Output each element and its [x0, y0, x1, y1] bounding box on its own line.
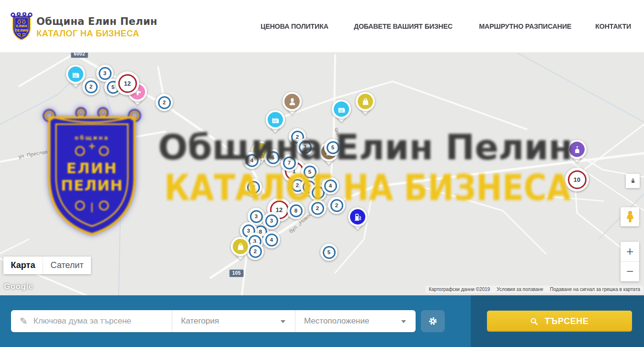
cluster-marker[interactable]: 2: [156, 94, 173, 111]
brand-title: Община Елин Пелин: [36, 16, 158, 27]
search-bar: ✎ Категория Местоположение: [0, 295, 644, 347]
factory-pin[interactable]: [332, 100, 351, 125]
cluster-marker[interactable]: 2: [328, 197, 345, 214]
markers-layer: 8132512223564752278412822333342510: [0, 53, 644, 295]
header: община ЕЛИН ПЕЛИН Община Елин Пелин КАТА…: [0, 0, 644, 53]
main-nav: ЦЕНОВА ПОЛИТИКА ДОБАВЕТЕ ВАШИЯТ БИЗНЕС М…: [258, 0, 633, 53]
fullscreen-lock-button[interactable]: [626, 174, 640, 188]
cluster-marker[interactable]: 4: [243, 152, 260, 169]
cluster-marker[interactable]: 3: [263, 212, 280, 229]
cluster-marker[interactable]: 8: [287, 202, 305, 219]
search-button[interactable]: ТЪРСЕНЕ: [487, 311, 632, 332]
chevron-down-icon: [281, 320, 285, 323]
pegman-icon: [625, 211, 635, 223]
keyword-input[interactable]: [34, 316, 158, 326]
attribution-report-error-link[interactable]: Подаване на сигнал за грешка в картата: [550, 287, 640, 292]
map-type-satellite-button[interactable]: Сателит: [43, 257, 91, 274]
location-dropdown[interactable]: Местоположение: [295, 310, 416, 332]
category-label: Категория: [181, 316, 219, 326]
location-label: Местоположение: [304, 316, 369, 326]
factory-pin[interactable]: [266, 110, 285, 136]
cluster-marker[interactable]: 2: [245, 179, 262, 196]
cluster-marker[interactable]: 3: [296, 138, 314, 156]
church-pin[interactable]: [567, 140, 587, 166]
advanced-settings-button[interactable]: [421, 310, 445, 332]
nav-add-your-business[interactable]: ДОБАВЕТЕ ВАШИЯТ БИЗНЕС: [354, 22, 452, 31]
cluster-marker[interactable]: 12: [115, 71, 139, 95]
brand-text: Община Елин Пелин КАТАЛОГ НА БИЗНЕСА: [36, 16, 158, 39]
zoom-in-button[interactable]: +: [621, 242, 639, 262]
category-dropdown[interactable]: Категория: [172, 310, 295, 332]
logo-top-text: община: [18, 19, 25, 21]
map-type-map-button[interactable]: Карта: [3, 257, 43, 274]
shop-pin[interactable]: [356, 92, 375, 118]
cluster-marker[interactable]: 6: [264, 149, 282, 166]
municipality-crest-logo: община ЕЛИН ПЕЛИН: [11, 12, 33, 42]
factory-pin[interactable]: [66, 65, 85, 90]
cluster-marker[interactable]: 5: [324, 139, 341, 156]
map-canvas[interactable]: 8132512223564752278412822333342510 общин…: [0, 53, 644, 295]
cluster-marker[interactable]: 10: [565, 168, 589, 191]
page: община ЕЛИН ПЕЛИН Община Елин Пелин КАТА…: [0, 0, 644, 347]
cluster-marker[interactable]: 2: [309, 200, 326, 217]
map-attribution: Картографски данни ©2019 Условия за полз…: [426, 286, 643, 293]
fuel-station-pin[interactable]: [348, 207, 367, 233]
logo-line2: ПЕЛИН: [15, 28, 29, 33]
search-button-label: ТЪРСЕНЕ: [544, 316, 588, 326]
nav-pricing-policy[interactable]: ЦЕНОВА ПОЛИТИКА: [260, 22, 328, 31]
attribution-terms-link[interactable]: Условия за ползване: [497, 287, 543, 292]
zoom-control: + −: [621, 242, 639, 281]
cluster-marker[interactable]: 7: [281, 154, 298, 171]
cluster-marker[interactable]: 5: [320, 244, 338, 261]
gear-icon: [427, 315, 439, 327]
services-pin[interactable]: [282, 92, 302, 118]
street-view-pegman[interactable]: [621, 207, 639, 226]
nav-route-schedule[interactable]: МАРШРУТНО РАЗПИСАНИЕ: [479, 22, 571, 31]
brand[interactable]: община ЕЛИН ПЕЛИН Община Елин Пелин КАТА…: [11, 12, 158, 42]
map-type-control: Карта Сателит: [3, 257, 91, 274]
cluster-marker[interactable]: 4: [263, 231, 280, 248]
attribution-map-data: Картографски данни ©2019: [429, 287, 490, 292]
pencil-icon: ✎: [20, 315, 28, 327]
search-fields-group: ✎ Категория Местоположение: [11, 310, 416, 332]
brand-subtitle: КАТАЛОГ НА БИЗНЕСА: [36, 28, 152, 39]
chevron-down-icon: [401, 320, 406, 323]
lock-icon: [629, 177, 637, 185]
google-logo[interactable]: Google: [4, 282, 34, 291]
search-icon: [530, 317, 539, 326]
cluster-marker[interactable]: 4: [322, 177, 339, 194]
keyword-field[interactable]: ✎: [11, 310, 172, 332]
zoom-out-button[interactable]: −: [621, 262, 639, 281]
nav-contacts[interactable]: КОНТАКТИ: [595, 22, 631, 31]
shop-pin[interactable]: [231, 237, 250, 263]
